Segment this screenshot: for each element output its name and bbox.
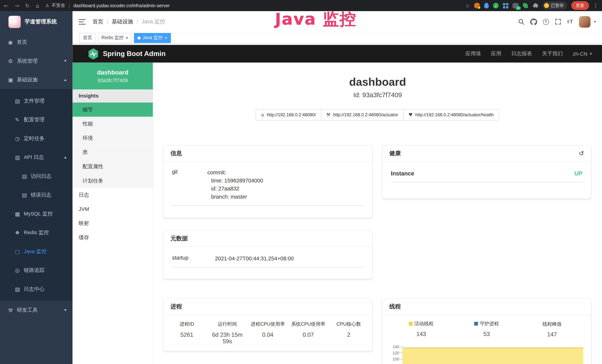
sba-brand[interactable]: Spring Boot Admin xyxy=(88,48,166,60)
sba-nav-applications[interactable]: 应用 xyxy=(491,50,501,57)
back-icon[interactable]: ← xyxy=(4,2,8,9)
sba-item-mappings[interactable]: 映射 xyxy=(73,216,153,230)
sidebar-item-file-management[interactable]: ▤ 文件管理 xyxy=(0,91,73,110)
chrome-update-button[interactable]: 更新 xyxy=(571,1,589,10)
sba-item-details[interactable]: 细节 xyxy=(73,103,153,117)
extension-icon-leaf[interactable] xyxy=(523,3,528,8)
search-icon[interactable] xyxy=(518,18,524,25)
browser-chrome: ← → ↻ ⌂ ⚠ 不安全 | dashboard.yudao.iocoder.… xyxy=(0,0,602,11)
sidebar-item-dev-tools[interactable]: ⚒ 研发工具 ▾ xyxy=(0,300,73,319)
browser-nav: ← → ↻ ⌂ xyxy=(4,2,39,9)
history-icon[interactable]: ↺ xyxy=(579,150,584,157)
tab-label: 首页 xyxy=(83,34,92,41)
chevron-up-icon: ▴ xyxy=(64,155,66,160)
sidebar-item-system-management[interactable]: ⚙ 系统管理 ▾ xyxy=(0,51,73,70)
process-col-syscpu: 系统CPU使用率 0.07 xyxy=(288,321,329,344)
fullscreen-icon[interactable] xyxy=(555,18,561,25)
health-url-button[interactable]: ♥ http://192.168.0.2:48080/actuator/heal… xyxy=(403,109,499,120)
sidebar-item-api-logs[interactable]: ▥ API 日志 ▴ xyxy=(0,148,73,167)
log-center-icon: ▧ xyxy=(15,286,24,292)
legend-swatch-yellow xyxy=(409,322,413,326)
health-url: http://192.168.0.2:48080/actuator/health xyxy=(415,113,494,117)
chevron-down-icon: ▾ xyxy=(590,51,592,56)
extensions-puzzle-icon[interactable] xyxy=(532,2,538,9)
error-log-icon: ▤ xyxy=(22,192,31,198)
sba-item-config-props[interactable]: 配置属性 xyxy=(73,159,153,173)
sidebar-item-java-monitor[interactable]: ▢ Java 监控 xyxy=(0,242,73,261)
cards-grid: 信息 git commit: time: 1596289704000 id: 2 xyxy=(153,145,602,364)
reload-icon[interactable]: ↻ xyxy=(25,2,30,9)
user-avatar[interactable] xyxy=(579,16,591,27)
tab-home[interactable]: 首页 xyxy=(80,33,96,43)
process-value: 0.04 xyxy=(247,331,288,338)
timer-icon: ◷ xyxy=(15,135,24,141)
sidebar-item-scheduled-jobs[interactable]: ◷ 定时任务 xyxy=(0,129,73,148)
sba-item-caches[interactable]: 缓存 xyxy=(73,230,153,245)
help-icon[interactable]: ? xyxy=(543,19,549,25)
sba-nav-journal[interactable]: 日志报表 xyxy=(511,50,532,57)
sba-item-scheduled-tasks[interactable]: 计划任务 xyxy=(73,173,153,188)
extension-icon-drop[interactable] xyxy=(484,3,489,8)
threads-card: 线程 活动线程 1 xyxy=(382,298,591,364)
tab-java-monitor[interactable]: Java 监控 × xyxy=(134,33,171,43)
sba-item-classes[interactable]: 类 xyxy=(73,145,153,160)
legend-value: 143 xyxy=(389,331,454,337)
health-heart-icon: ♥ xyxy=(408,112,412,118)
extension-icon-grid[interactable] xyxy=(503,3,508,8)
actuator-url-button[interactable]: ⚒ http://192.168.0.2:48080/actuator xyxy=(321,109,404,120)
avatar-caret-icon[interactable]: ▾ xyxy=(594,20,596,24)
tab-redis-monitor[interactable]: Redis 监控 × xyxy=(98,33,132,43)
sidebar-item-mysql-monitor[interactable]: ▦ MySQL 监控 xyxy=(0,204,73,223)
sidebar-item-infrastructure[interactable]: ▣ 基础设施 ▴ xyxy=(0,70,73,89)
sidebar-item-log-center[interactable]: ▧ 日志中心 xyxy=(0,280,73,298)
breadcrumb-home[interactable]: 首页 xyxy=(93,18,103,25)
github-icon[interactable] xyxy=(530,18,537,25)
close-icon[interactable]: × xyxy=(126,35,128,40)
browser-home-icon[interactable]: ⌂ xyxy=(36,2,39,9)
breadcrumb-infrastructure[interactable]: 基础设施 xyxy=(112,18,133,25)
process-col-cpu: 进程CPU使用率 0.04 xyxy=(247,321,288,344)
legend-label: 守护进程 xyxy=(480,321,499,327)
security-label[interactable]: 不安全 xyxy=(51,2,65,9)
info-row-git: git commit: time: 1596289704000 id: 27aa… xyxy=(172,169,364,206)
sidebar-item-config-management[interactable]: ✎ 配置管理 xyxy=(0,110,73,129)
address-bar[interactable]: ⚠ 不安全 | dashboard.yudao.iocoder.cn/infra… xyxy=(45,2,170,9)
sba-item-logs[interactable]: 日志 xyxy=(73,188,153,202)
sidebar-item-error-logs[interactable]: ▤ 错误日志 xyxy=(0,185,73,204)
hamburger-icon[interactable] xyxy=(79,19,86,24)
sba-item-jvm[interactable]: JVM xyxy=(73,202,153,216)
close-icon[interactable]: × xyxy=(165,35,167,40)
sba-nav-about[interactable]: 关于我们 xyxy=(542,50,563,57)
infrastructure-icon: ▣ xyxy=(8,76,17,83)
sidebar-item-home[interactable]: ◉ 首页 xyxy=(0,33,73,51)
wrench-icon: ⚒ xyxy=(326,112,330,118)
sidebar-item-redis-monitor[interactable]: ❖ Redis 监控 xyxy=(0,223,73,242)
sba-locale-select[interactable]: zh-CN ▾ xyxy=(573,51,592,57)
sba-item-performance[interactable]: 性能 xyxy=(73,117,153,131)
metadata-row-startup: startup 2021-04-27T00:44:31.254+08:00 xyxy=(172,255,364,268)
app-logo-row[interactable]: 芋道管理系统 xyxy=(0,11,73,33)
git-id-line: id: 27aa832 xyxy=(207,185,263,193)
process-card: 进程 进程ID 5261 运行时间 6d 23h 15m xyxy=(163,298,373,351)
sidebar-item-access-logs[interactable]: ▤ 访问日志 xyxy=(0,167,73,185)
threads-chart: 140 120 100 xyxy=(389,344,585,364)
gear-icon: ⚙ xyxy=(8,58,17,64)
process-header: 进程CPU使用率 xyxy=(247,321,288,327)
bookmark-star-icon[interactable]: ☆ xyxy=(465,2,470,9)
extension-icon-orange[interactable] xyxy=(474,3,480,8)
sba-nav-wallboard[interactable]: 应用墙 xyxy=(465,50,481,57)
extension-icon-switch[interactable]: on xyxy=(513,3,519,8)
instance-header[interactable]: dashboard 93a3fc7f7409 xyxy=(73,63,153,90)
url-text[interactable]: dashboard.yudao.iocoder.cn/infra/admin-s… xyxy=(74,3,170,8)
extension-icon-green[interactable]: y xyxy=(493,3,499,8)
sidebar-item-trace[interactable]: ◎ 链路追踪 xyxy=(0,261,73,279)
profile-paused-badge[interactable]: 已暂停 xyxy=(542,1,567,10)
sba-item-environment[interactable]: 环境 xyxy=(73,131,153,145)
y-tick-label: 140 xyxy=(392,344,399,349)
forward-icon[interactable]: → xyxy=(14,2,19,9)
tab-label: Java 监控 xyxy=(142,34,163,41)
api-log-icon: ▥ xyxy=(15,154,24,160)
service-url-button[interactable]: ⌂ http://192.168.0.2:48080/ xyxy=(256,109,321,120)
browser-menu-icon[interactable]: ⋮ xyxy=(593,3,598,8)
font-size-icon[interactable]: тT xyxy=(567,19,573,24)
